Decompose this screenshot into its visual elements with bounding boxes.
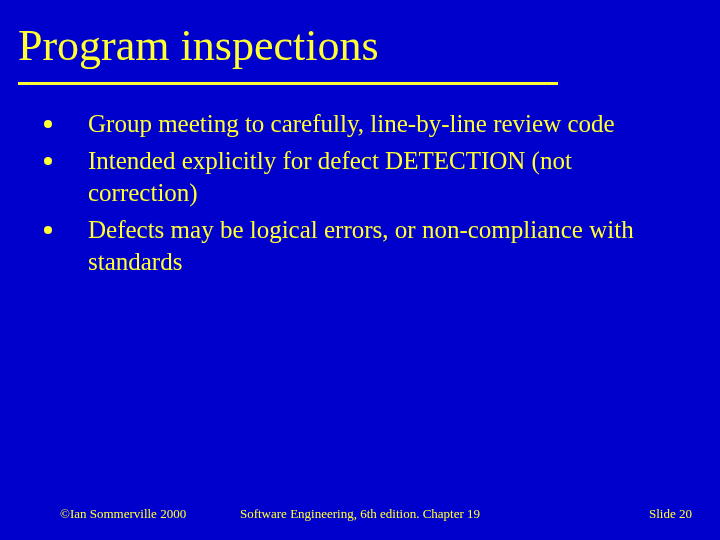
footer-left: ©Ian Sommerville 2000 <box>60 506 186 522</box>
list-item: Intended explicitly for defect DETECTION… <box>40 145 680 210</box>
slide-title: Program inspections <box>18 20 680 77</box>
title-underline <box>18 82 558 85</box>
footer-right: Slide 20 <box>649 506 692 522</box>
bullet-list: Group meeting to carefully, line-by-line… <box>40 108 680 279</box>
slide: Program inspections Group meeting to car… <box>0 0 720 540</box>
list-item: Defects may be logical errors, or non-co… <box>40 214 680 279</box>
list-item: Group meeting to carefully, line-by-line… <box>40 108 680 141</box>
slide-footer: ©Ian Sommerville 2000 Software Engineeri… <box>0 506 720 522</box>
slide-body: Group meeting to carefully, line-by-line… <box>40 108 680 283</box>
